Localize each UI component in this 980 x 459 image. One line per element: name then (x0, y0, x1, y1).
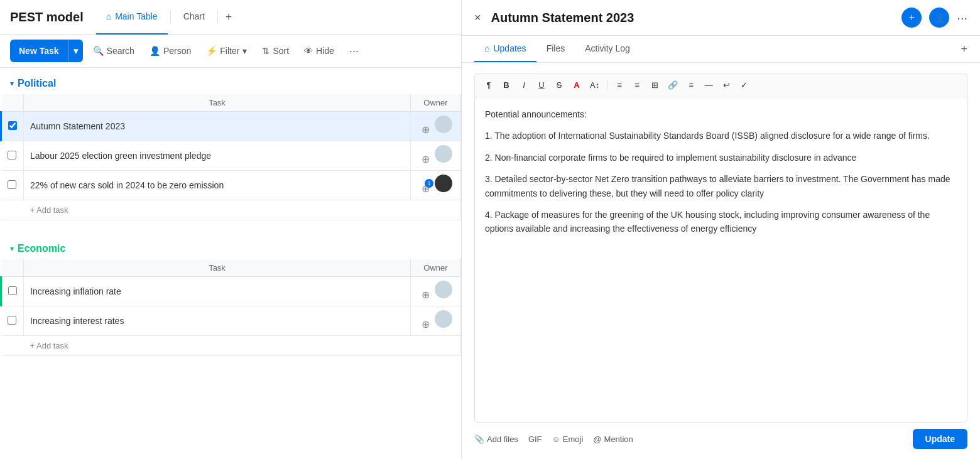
tab-activity-log[interactable]: Activity Log (575, 36, 640, 62)
font-size-tool[interactable]: A↕ (587, 78, 602, 92)
add-task-row[interactable]: + Add task (1, 336, 461, 356)
row-checkbox[interactable] (8, 151, 16, 159)
right-panel-header: × Autumn Statement 2023 + 👤 ··· (462, 0, 980, 36)
task-name[interactable]: Increasing inflation rate (24, 277, 411, 306)
table-row[interactable]: Increasing inflation rate ⊕ (1, 277, 461, 306)
paperclip-icon: 📎 (474, 435, 484, 444)
economic-toggle[interactable]: ▾ (10, 244, 14, 253)
economic-title[interactable]: Economic (18, 243, 65, 254)
avatar (435, 145, 452, 163)
more-options-button[interactable]: ··· (344, 42, 364, 60)
task-name[interactable]: Autumn Statement 2023 (24, 112, 411, 141)
row-checkbox[interactable] (8, 316, 16, 325)
political-task-header: Task (24, 94, 411, 112)
add-owner-icon[interactable]: ⊕ (419, 152, 432, 166)
left-panel: PEST model ⌂ Main Table Chart + New Task… (0, 0, 462, 459)
political-table: Task Owner Autumn Statement 2023 ⊕ (0, 94, 461, 220)
row-checkbox-cell (1, 277, 24, 306)
row-checkbox-cell (1, 112, 24, 141)
tab-main-table[interactable]: ⌂ Main Table (96, 0, 168, 35)
close-button[interactable]: × (474, 11, 481, 24)
add-task-label[interactable]: + Add task (1, 200, 461, 220)
divider-tool[interactable]: — (701, 78, 716, 92)
task-name[interactable]: Labour 2025 election green investment pl… (24, 141, 411, 171)
content-line-3: 2. Non-financial corporate firms to be r… (485, 151, 957, 165)
tab-files[interactable]: Files (536, 36, 575, 62)
gif-button[interactable]: GIF (528, 435, 542, 444)
mention-button[interactable]: @ Mention (593, 435, 633, 444)
political-title[interactable]: Political (18, 78, 56, 89)
row-checkbox[interactable] (8, 180, 16, 189)
political-section-header: ▾ Political (0, 68, 461, 94)
strikethrough-tool[interactable]: S (552, 78, 567, 92)
economic-table: Task Owner Increasing inflation rate ⊕ (0, 259, 461, 356)
content-line-5: 4. Package of measures for the greening … (485, 208, 957, 236)
sort-icon: ⇅ (262, 46, 270, 56)
hide-icon: 👁 (304, 46, 313, 56)
table-row[interactable]: Labour 2025 election green investment pl… (1, 141, 461, 171)
row-checkbox[interactable] (8, 286, 17, 295)
numbered-list-tool[interactable]: ≡ (629, 78, 645, 92)
table-tool[interactable]: ⊞ (647, 78, 662, 92)
panel-tabs: ⌂ Updates Files Activity Log + (462, 36, 980, 63)
paragraph-tool[interactable]: ¶ (481, 78, 496, 92)
underline-tool[interactable]: U (534, 78, 549, 92)
add-owner-icon[interactable]: ⊕ (419, 317, 432, 332)
table-row[interactable]: Autumn Statement 2023 ⊕ (1, 112, 461, 141)
tab-divider (170, 11, 171, 23)
undo-tool[interactable]: ↩ (719, 78, 734, 92)
add-person-button[interactable]: + (901, 8, 922, 28)
add-task-row[interactable]: + Add task (1, 200, 461, 220)
add-owner-icon[interactable]: ⊕ (419, 288, 432, 302)
add-owner-icon-notification[interactable]: ⊕1 (419, 181, 432, 196)
table-row[interactable]: Increasing interest rates ⊕ (1, 306, 461, 336)
font-color-tool[interactable]: A (569, 78, 584, 92)
political-owner-header: Owner (411, 94, 461, 112)
hide-button[interactable]: 👁 Hide (299, 42, 339, 60)
more-options-button[interactable]: ··· (957, 11, 967, 25)
tab-add-button[interactable]: + (220, 11, 237, 24)
add-tab-button[interactable]: + (961, 43, 967, 56)
political-toggle[interactable]: ▾ (10, 79, 14, 88)
economic-owner-header: Owner (411, 259, 461, 277)
economic-check-header (1, 259, 24, 277)
economic-section-header: ▾ Economic (0, 233, 461, 259)
row-checkbox-cell (1, 306, 24, 336)
row-checkbox-cell (1, 141, 24, 171)
mention-icon: @ (593, 435, 601, 444)
add-files-button[interactable]: 📎 Add files (474, 435, 518, 444)
sort-button[interactable]: ⇅ Sort (257, 42, 294, 60)
task-name[interactable]: Increasing interest rates (24, 306, 411, 336)
add-task-label[interactable]: + Add task (1, 336, 461, 356)
emoji-button[interactable]: ☺ Emoji (552, 435, 584, 444)
italic-tool[interactable]: I (516, 78, 531, 92)
person-icon: 👤 (150, 46, 160, 56)
filter-icon: ⚡ (206, 46, 217, 56)
filter-button[interactable]: ⚡ Filter ▾ (201, 42, 252, 60)
check-tool[interactable]: ✓ (736, 78, 751, 92)
align-tool[interactable]: ≡ (683, 78, 699, 92)
add-owner-icon[interactable]: ⊕ (419, 122, 432, 137)
table-row[interactable]: 22% of new cars sold in 2024 to be zero … (1, 171, 461, 200)
editor-content[interactable]: Potential announcements: 1. The adoption… (474, 97, 967, 423)
content-line-2: 1. The adoption of International Sustain… (485, 129, 957, 143)
update-button[interactable]: Update (913, 429, 967, 449)
tab-chart[interactable]: Chart (173, 0, 215, 35)
tab-updates[interactable]: ⌂ Updates (474, 36, 536, 62)
person-button[interactable]: 👤 Person (144, 42, 196, 60)
new-task-dropdown-arrow[interactable]: ▾ (68, 40, 83, 62)
row-checkbox[interactable] (8, 121, 17, 130)
tab-divider-2 (217, 11, 218, 23)
new-task-button[interactable]: New Task ▾ (10, 40, 83, 62)
new-task-label: New Task (10, 40, 68, 62)
search-button[interactable]: 🔍 Search (88, 42, 139, 60)
task-name[interactable]: 22% of new cars sold in 2024 to be zero … (24, 171, 411, 200)
avatar (435, 116, 452, 133)
main-content: ▾ Political Task Owner Autumn Statement … (0, 68, 461, 459)
owner-cell: ⊕1 (411, 171, 461, 200)
link-tool[interactable]: 🔗 (665, 78, 681, 92)
tab-nav: ⌂ Main Table Chart + (96, 0, 237, 35)
bold-tool[interactable]: B (499, 78, 514, 92)
avatar (435, 310, 452, 328)
bullet-list-tool[interactable]: ≡ (612, 78, 627, 92)
